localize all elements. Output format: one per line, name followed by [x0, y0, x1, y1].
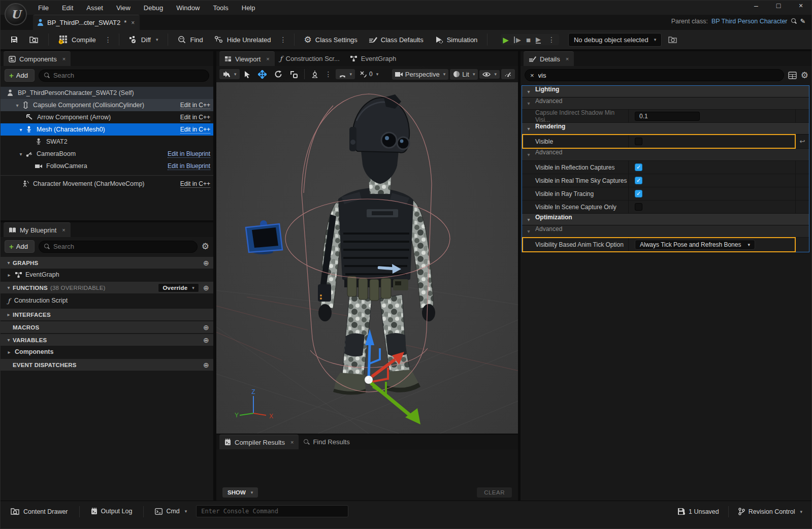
- close-icon[interactable]: ×: [566, 56, 569, 62]
- add-component-button[interactable]: +Add: [5, 69, 35, 82]
- rotation-snap-button[interactable]: ▾: [336, 69, 355, 79]
- menu-edit[interactable]: Edit: [56, 2, 79, 14]
- tree-row-cameraboom[interactable]: ▾ CameraBoom Edit in Blueprint: [1, 148, 213, 160]
- visible-reflection-checkbox[interactable]: ✓: [635, 163, 642, 171]
- capsule-shadow-input[interactable]: 0.1: [635, 112, 700, 121]
- macros-section-header[interactable]: MACROS ⊕: [1, 321, 213, 333]
- find-results-tab[interactable]: Find Results: [299, 435, 354, 449]
- advanced-row[interactable]: ▾ Advanced: [522, 149, 809, 161]
- viewport-tab[interactable]: Viewport ×: [219, 51, 275, 66]
- expander-icon[interactable]: ▾: [14, 103, 21, 108]
- settings-gear-icon[interactable]: ⚙: [202, 241, 209, 252]
- debug-browse-button[interactable]: [664, 33, 682, 46]
- compile-button[interactable]: ? Compile: [54, 32, 101, 47]
- asset-tab-close-icon[interactable]: ×: [131, 19, 135, 26]
- scale-snap-button[interactable]: 0 ▾: [356, 69, 381, 79]
- eventgraph-tab[interactable]: EventGraph: [345, 51, 401, 66]
- unreal-logo-icon[interactable]: U: [5, 3, 27, 25]
- move-tool[interactable]: [255, 69, 270, 80]
- content-drawer-button[interactable]: Content Drawer: [6, 505, 73, 518]
- close-icon[interactable]: ×: [290, 439, 294, 445]
- class-defaults-button[interactable]: Class Defaults: [364, 34, 428, 46]
- output-log-button[interactable]: Output Log: [86, 505, 138, 517]
- menu-help[interactable]: Help: [236, 2, 262, 14]
- parent-class-link[interactable]: BP Third Person Character: [711, 18, 788, 25]
- clear-button[interactable]: CLEAR: [477, 487, 512, 498]
- expander-icon[interactable]: ▸: [6, 272, 13, 278]
- tree-row-self[interactable]: BP_ThirdPersonCharacter_SWAT2 (Self): [1, 87, 213, 99]
- tree-row-charmovement[interactable]: Character Movement (CharMoveComp) Edit i…: [1, 178, 213, 190]
- add-dispatcher-icon[interactable]: ⊕: [203, 361, 209, 369]
- surface-snap-button[interactable]: [308, 69, 321, 80]
- show-dropdown[interactable]: SHOW▾: [222, 487, 258, 498]
- visible-raytracing-checkbox[interactable]: ✓: [635, 190, 642, 197]
- maximize-button[interactable]: □: [774, 2, 783, 10]
- viewport-canvas[interactable]: ▾ ⋮ ▾ 0 ▾ Perspective ▾: [216, 66, 518, 434]
- expander-icon[interactable]: ▾: [17, 127, 24, 133]
- display-filter-icon[interactable]: [788, 72, 797, 79]
- my-blueprint-search-input[interactable]: [53, 243, 192, 250]
- edit-in-cpp-link[interactable]: Edit in C++: [180, 180, 210, 188]
- components-category-row[interactable]: ▸ Components: [1, 346, 213, 358]
- anim-tick-option-dropdown[interactable]: Always Tick Pose and Refresh Bones ▾: [635, 240, 755, 250]
- components-tab[interactable]: Components ×: [4, 51, 71, 66]
- advanced-row[interactable]: ▾ Advanced: [522, 97, 809, 110]
- tree-row-swat2[interactable]: SWAT2: [1, 136, 213, 148]
- stop-icon[interactable]: ■: [526, 36, 531, 44]
- console-command-input[interactable]: [196, 505, 348, 517]
- variables-section-header[interactable]: ▾ VARIABLES ⊕: [1, 334, 213, 346]
- edit-in-cpp-link[interactable]: Edit in C++: [180, 102, 210, 109]
- snap-options-icon[interactable]: ⋮: [323, 70, 334, 78]
- graphs-section-header[interactable]: ▾ GRAPHS ⊕: [1, 257, 213, 269]
- category-row-rendering[interactable]: ▾ Rendering: [522, 123, 809, 135]
- visible-sky-checkbox[interactable]: ✓: [635, 177, 642, 184]
- frame-skip-icon[interactable]: ▶: [514, 37, 521, 43]
- menu-window[interactable]: Window: [170, 2, 206, 14]
- menu-tools[interactable]: Tools: [207, 2, 234, 14]
- camera-speed-button[interactable]: [501, 69, 515, 79]
- menu-file[interactable]: File: [32, 2, 55, 14]
- expander-icon[interactable]: ▾: [17, 151, 24, 157]
- functions-section-header[interactable]: ▾ FUNCTIONS (38 OVERRIDABLE) Override▾ ⊕: [1, 282, 213, 293]
- my-blueprint-search[interactable]: [39, 241, 198, 253]
- clear-search-icon[interactable]: ×: [530, 72, 534, 79]
- details-tab[interactable]: Details ×: [524, 51, 574, 66]
- browse-asset-button[interactable]: [25, 33, 43, 46]
- interfaces-section-header[interactable]: ▸ INTERFACES: [1, 309, 213, 320]
- add-blueprint-item-button[interactable]: +Add: [5, 240, 35, 253]
- edit-in-cpp-link[interactable]: Edit in C++: [180, 114, 210, 121]
- eventgraph-row[interactable]: ▸ EventGraph: [1, 269, 213, 281]
- asset-tab[interactable]: BP_ThirdP...cter_SWAT2 * ×: [33, 15, 140, 30]
- expander-icon[interactable]: ▸: [6, 349, 13, 355]
- eject-icon[interactable]: ▶: [536, 36, 541, 44]
- close-button[interactable]: ×: [796, 2, 805, 10]
- scene-capture-only-checkbox[interactable]: ✓: [635, 203, 642, 211]
- add-macro-icon[interactable]: ⊕: [203, 323, 209, 332]
- event-dispatchers-section-header[interactable]: EVENT DISPATCHERS ⊕: [1, 359, 213, 371]
- construction-script-tab[interactable]: ƒ Construction Scr...: [275, 51, 345, 66]
- browse-parent-icon[interactable]: [791, 18, 797, 24]
- rotate-tool[interactable]: [271, 69, 285, 80]
- menu-view[interactable]: View: [110, 2, 137, 14]
- override-dropdown[interactable]: Override▾: [158, 283, 199, 292]
- simulation-button[interactable]: Simulation: [430, 33, 482, 46]
- lit-dropdown[interactable]: Lit ▾: [450, 69, 478, 80]
- tree-row-capsule[interactable]: ▾ Capsule Component (CollisionCylinder) …: [1, 99, 213, 111]
- edit-in-blueprint-link[interactable]: Edit in Blueprint: [168, 150, 210, 158]
- find-button[interactable]: Find: [173, 33, 207, 46]
- compile-options-icon[interactable]: ⋮: [103, 36, 114, 44]
- debug-object-dropdown[interactable]: No debug object selected ▾: [568, 33, 662, 47]
- reset-to-default-icon[interactable]: ↩: [796, 135, 809, 148]
- edit-parent-icon[interactable]: ✎: [800, 17, 805, 25]
- details-search-input[interactable]: [538, 72, 778, 79]
- cmd-dropdown[interactable]: Cmd ▾: [150, 505, 192, 517]
- edit-in-cpp-link[interactable]: Edit in C++: [180, 126, 210, 134]
- details-settings-gear-icon[interactable]: ⚙: [801, 70, 808, 81]
- compiler-results-tab[interactable]: Compiler Results ×: [219, 435, 299, 449]
- add-variable-icon[interactable]: ⊕: [203, 336, 209, 344]
- play-icon[interactable]: ▶: [503, 36, 509, 44]
- construction-script-row[interactable]: ƒ Construction Script: [1, 293, 213, 308]
- minimize-button[interactable]: –: [752, 2, 761, 10]
- scale-tool[interactable]: [287, 69, 301, 80]
- play-options-icon[interactable]: ⋮: [546, 36, 557, 44]
